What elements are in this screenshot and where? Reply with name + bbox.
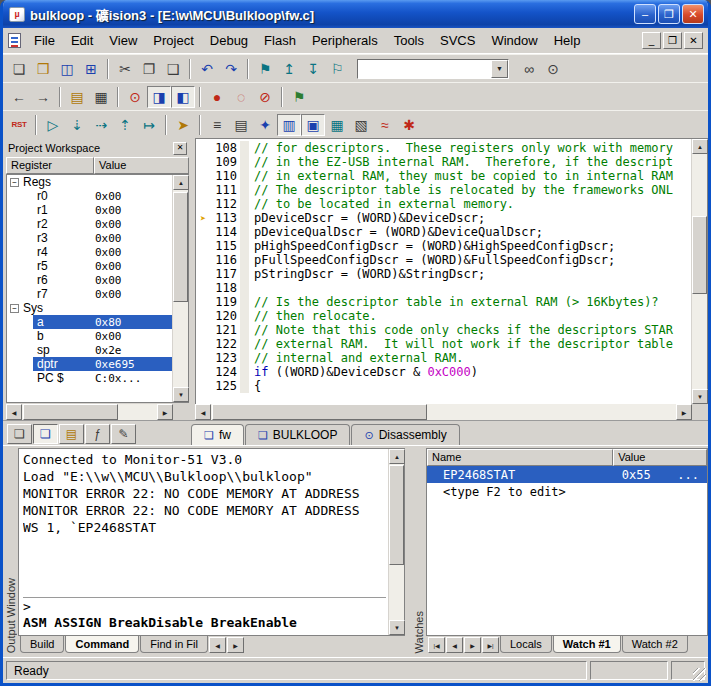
files-view-icon[interactable]: ❏ — [7, 424, 32, 444]
templates-view-icon[interactable]: ✎ — [111, 424, 136, 444]
breakpoint-margin[interactable] — [240, 281, 249, 295]
last-tab-icon[interactable]: ▶| — [482, 637, 499, 653]
paste-icon[interactable]: ❑ — [161, 58, 185, 80]
register-row[interactable]: − r5 0x00 — [7, 259, 172, 273]
scroll-down-icon[interactable]: ▼ — [692, 389, 708, 404]
cut-icon[interactable]: ✂ — [113, 58, 137, 80]
code-line[interactable]: 119 // Is the descriptor table in extern… — [196, 295, 691, 309]
breakpoint-margin[interactable] — [240, 183, 249, 197]
scroll-down-icon[interactable]: ▼ — [173, 387, 189, 402]
workspace-horizontal-scrollbar[interactable]: ◀ ▶ — [6, 404, 173, 420]
menu-item[interactable]: Peripherals — [304, 30, 386, 51]
code-line[interactable]: 109 // in the EZ-USB internal RAM. There… — [196, 155, 691, 169]
menu-item[interactable]: Window — [483, 30, 545, 51]
code-line[interactable]: 125 { — [196, 379, 691, 393]
next-tab-icon[interactable]: ▶ — [227, 637, 244, 653]
document-tab[interactable]: ❏ fw — [191, 424, 244, 445]
register-row[interactable]: − dptr 0xe695 — [7, 357, 172, 371]
run-to-cursor-icon[interactable]: ↦ — [137, 114, 161, 136]
step-out-icon[interactable]: ⇡ — [113, 114, 137, 136]
breakpoint-margin[interactable] — [240, 239, 249, 253]
breakpoint-margin[interactable] — [240, 225, 249, 239]
output-vertical-scrollbar[interactable]: ▲ ▼ — [388, 449, 404, 635]
redo-icon[interactable]: ↷ — [219, 58, 243, 80]
menu-item[interactable]: SVCS — [432, 30, 483, 51]
document-tab[interactable]: ❏ BULKLOOP — [245, 424, 351, 445]
scroll-thumb[interactable] — [23, 404, 118, 420]
register-row[interactable]: − r2 0x00 — [7, 217, 172, 231]
flag-icon[interactable]: ⚑ — [287, 86, 311, 108]
scroll-right-icon[interactable]: ▶ — [676, 404, 692, 420]
mdi-minimize-button[interactable]: _ — [642, 32, 661, 49]
code-line[interactable]: 120 // then relocate. — [196, 309, 691, 323]
menu-item[interactable]: Debug — [202, 30, 256, 51]
books-window-icon[interactable]: ▤ — [65, 86, 89, 108]
symbols-window-icon[interactable]: ✦ — [253, 114, 277, 136]
find-in-files-icon[interactable]: ∞ — [517, 58, 541, 80]
watch-tab[interactable]: Watch #1 — [553, 636, 621, 653]
books-view-icon[interactable]: ▤ — [59, 424, 84, 444]
menu-item[interactable]: Edit — [63, 30, 101, 51]
code-line[interactable]: 122 // external RAM. It will not work if… — [196, 337, 691, 351]
code-line[interactable]: 108 // for descriptors. These registers … — [196, 141, 691, 155]
breakpoint-margin[interactable] — [240, 351, 249, 365]
breakpoint-margin[interactable] — [240, 295, 249, 309]
next-tab-icon[interactable]: ▶ — [464, 637, 481, 653]
watch-row[interactable]: EP2468STAT 0x55 ... — [427, 466, 707, 483]
register-row[interactable]: − r1 0x00 — [7, 203, 172, 217]
bookmark-prev-icon[interactable]: ↥ — [277, 58, 301, 80]
mdi-close-button[interactable]: ✕ — [684, 32, 703, 49]
disassembly-mode-icon[interactable]: ◧ — [171, 86, 195, 108]
breakpoint-margin[interactable] — [240, 197, 249, 211]
editor-horizontal-scrollbar[interactable]: ◀ ▶ — [195, 404, 692, 420]
registers-window-icon[interactable]: ▥ — [277, 114, 301, 136]
document-tab[interactable]: ⊙ Disassembly — [351, 424, 459, 445]
breakpoint-margin[interactable] — [240, 365, 249, 379]
command-window-icon[interactable]: ≡ — [205, 114, 229, 136]
resize-grip[interactable] — [693, 668, 706, 681]
breakpoint-margin[interactable] — [240, 309, 249, 323]
scroll-up-icon[interactable]: ▲ — [389, 449, 405, 464]
watch-name-column-header[interactable]: Name — [427, 449, 613, 466]
code-line[interactable]: ➤ 113 pDeviceDscr = (WORD)&DeviceDscr; — [196, 211, 691, 225]
first-tab-icon[interactable]: |◀ — [428, 637, 445, 653]
breakpoint-margin[interactable] — [240, 379, 249, 393]
workspace-vertical-scrollbar[interactable]: ▲ ▼ — [172, 175, 188, 402]
scroll-thumb[interactable] — [389, 465, 404, 565]
menu-item[interactable]: Tools — [386, 30, 432, 51]
register-row[interactable]: − PC $ C:0x... — [7, 371, 172, 385]
command-prompt[interactable]: > — [23, 599, 386, 615]
bookmark-clear-icon[interactable]: ⚐ — [325, 58, 349, 80]
scroll-thumb[interactable] — [692, 216, 707, 294]
code-editor[interactable]: 108 // for descriptors. These registers … — [196, 139, 691, 404]
menu-item[interactable]: Project — [145, 30, 201, 51]
breakpoint-margin[interactable] — [240, 169, 249, 183]
value-column-header[interactable]: Value — [94, 157, 189, 174]
code-line[interactable]: 118 — [196, 281, 691, 295]
disassembly-window-icon[interactable]: ▤ — [229, 114, 253, 136]
watch-tab[interactable]: Locals — [500, 636, 552, 653]
bookmark-next-icon[interactable]: ↧ — [301, 58, 325, 80]
breakpoint-disable-icon[interactable]: ◌ — [229, 86, 253, 108]
register-row[interactable]: − r7 0x00 — [7, 287, 172, 301]
show-next-statement-icon[interactable]: ➤ — [171, 114, 195, 136]
analyzer-window-icon[interactable]: ≈ — [373, 114, 397, 136]
code-line[interactable]: 124 if ((WORD)&DeviceDscr & 0xC000 ) — [196, 365, 691, 379]
watch-more[interactable]: ... — [677, 468, 707, 482]
copy-icon[interactable]: ❐ — [137, 58, 161, 80]
source-browser-icon[interactable]: ⊙ — [123, 86, 147, 108]
nav-back-icon[interactable]: ← — [7, 86, 31, 108]
nav-forward-icon[interactable]: → — [31, 86, 55, 108]
register-row[interactable]: − r3 0x00 — [7, 231, 172, 245]
close-button[interactable]: ✕ — [682, 4, 704, 24]
code-line[interactable]: 123 // internal and external RAM. — [196, 351, 691, 365]
step-over-icon[interactable]: ⇢ — [89, 114, 113, 136]
prev-tab-icon[interactable]: ◀ — [446, 637, 463, 653]
toolbox-icon[interactable]: ✱ — [397, 114, 421, 136]
collapse-icon[interactable]: − — [10, 304, 19, 313]
serial-window-icon[interactable]: ▧ — [349, 114, 373, 136]
find-icon[interactable]: ⊙ — [541, 58, 565, 80]
print-icon[interactable]: ▦ — [89, 86, 113, 108]
watch-row[interactable]: <type F2 to edit> — [427, 483, 707, 500]
breakpoint-toggle-icon[interactable]: ● — [205, 86, 229, 108]
